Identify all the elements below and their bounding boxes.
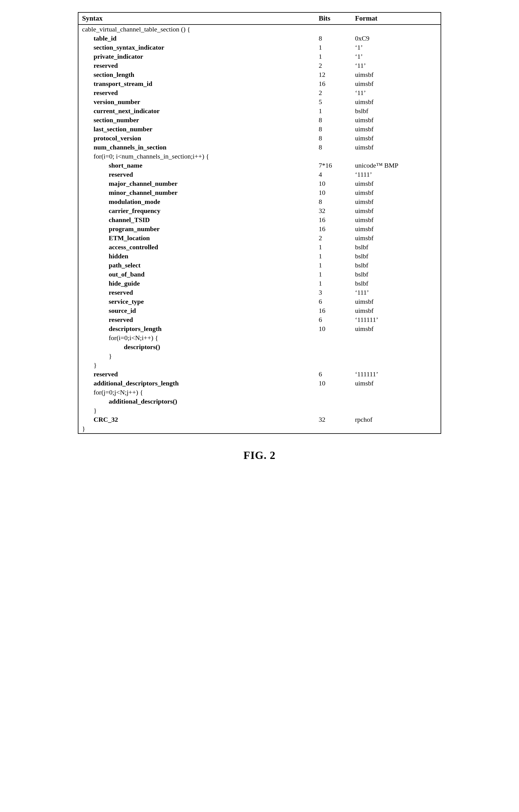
format-cell: uimsbf: [351, 143, 441, 152]
table-row: modulation_mode8uimsbf: [78, 197, 441, 206]
bits-cell: 3: [315, 288, 352, 297]
format-cell: rpchof: [351, 415, 441, 424]
syntax-cell: version_number: [78, 97, 315, 107]
table-row: hide_guide1bslbf: [78, 279, 441, 288]
table-row: program_number16uimsbf: [78, 225, 441, 234]
syntax-cell: }: [78, 352, 315, 360]
table-row: hidden1bslbf: [78, 252, 441, 261]
syntax-cell: program_number: [78, 225, 315, 234]
table-row: protocol_version8uimsbf: [78, 134, 441, 143]
table-row: major_channel_number10uimsbf: [78, 179, 441, 188]
bits-cell: 32: [315, 415, 352, 424]
syntax-cell: for(j=0;j<N;j++) {: [78, 388, 315, 397]
table-row: for(j=0;j<N;j++) {: [78, 388, 441, 397]
syntax-cell: carrier_frequency: [78, 206, 315, 215]
bits-cell: 10: [315, 188, 352, 197]
syntax-cell: reserved: [78, 288, 315, 297]
format-cell: uimsbf: [351, 234, 441, 243]
table-row: reserved2‘11’: [78, 88, 441, 97]
syntax-cell: hidden: [78, 252, 315, 261]
format-cell: uimsbf: [351, 188, 441, 197]
bits-cell: 10: [315, 324, 352, 334]
syntax-cell: }: [78, 406, 315, 415]
format-cell: [351, 352, 441, 360]
syntax-cell: num_channels_in_section: [78, 143, 315, 152]
syntax-cell: last_section_number: [78, 125, 315, 134]
table-header-row: Syntax Bits Format: [78, 13, 441, 25]
table-row: reserved4‘1111’: [78, 170, 441, 179]
table-body: cable_virtual_channel_table_section () {…: [78, 25, 441, 433]
syntax-cell: }: [78, 360, 315, 370]
bits-cell: 2: [315, 88, 352, 97]
format-cell: bslbf: [351, 270, 441, 279]
syntax-cell: short_name: [78, 161, 315, 170]
bits-cell: 1: [315, 52, 352, 61]
format-cell: ‘1’: [351, 52, 441, 61]
bits-cell: 16: [315, 79, 352, 88]
format-cell: ‘111’: [351, 288, 441, 297]
format-cell: [351, 424, 441, 433]
format-cell: ‘11’: [351, 61, 441, 70]
table-row: short_name7*16unicode™ BMP: [78, 161, 441, 170]
syntax-cell: for(i=0;i<N;i++) {: [78, 334, 315, 343]
bits-cell: 1: [315, 107, 352, 116]
table-row: additional_descriptors_length10uimsbf: [78, 379, 441, 388]
bits-cell: 2: [315, 61, 352, 70]
bits-cell: 16: [315, 306, 352, 315]
bits-cell: 1: [315, 243, 352, 252]
format-cell: [351, 360, 441, 370]
bits-cell: [315, 25, 352, 34]
bits-cell: [315, 388, 352, 397]
table-row: last_section_number8uimsbf: [78, 125, 441, 134]
bits-cell: 32: [315, 206, 352, 215]
table-row: descriptors(): [78, 343, 441, 352]
col-bits-header: Bits: [315, 13, 352, 25]
format-cell: uimsbf: [351, 297, 441, 306]
bits-cell: 16: [315, 225, 352, 234]
table-row: source_id16uimsbf: [78, 306, 441, 315]
table-row: descriptors_length10uimsbf: [78, 324, 441, 334]
table-row: transport_stream_id16uimsbf: [78, 79, 441, 88]
format-cell: ‘111111’: [351, 315, 441, 324]
format-cell: bslbf: [351, 243, 441, 252]
table-row: CRC_3232rpchof: [78, 415, 441, 424]
syntax-cell: additional_descriptors(): [78, 397, 315, 406]
format-cell: [351, 334, 441, 343]
format-cell: bslbf: [351, 252, 441, 261]
format-cell: [351, 152, 441, 161]
format-cell: uimsbf: [351, 225, 441, 234]
table-row: reserved3‘111’: [78, 288, 441, 297]
format-cell: uimsbf: [351, 79, 441, 88]
bits-cell: 1: [315, 270, 352, 279]
syntax-cell: protocol_version: [78, 134, 315, 143]
syntax-cell: CRC_32: [78, 415, 315, 424]
syntax-cell: section_length: [78, 70, 315, 79]
format-cell: uimsbf: [351, 116, 441, 125]
table-row: section_number8uimsbf: [78, 116, 441, 125]
format-cell: uimsbf: [351, 134, 441, 143]
page-container: Syntax Bits Format cable_virtual_channel…: [78, 12, 441, 462]
syntax-cell: transport_stream_id: [78, 79, 315, 88]
table-row: channel_TSID16uimsbf: [78, 215, 441, 225]
bits-cell: 2: [315, 234, 352, 243]
syntax-cell: section_syntax_indicator: [78, 43, 315, 52]
syntax-cell: section_number: [78, 116, 315, 125]
syntax-cell: descriptors_length: [78, 324, 315, 334]
table-row: access_controlled1bslbf: [78, 243, 441, 252]
format-cell: uimsbf: [351, 197, 441, 206]
syntax-cell: channel_TSID: [78, 215, 315, 225]
syntax-cell: private_indicator: [78, 52, 315, 61]
syntax-cell: current_next_indicator: [78, 107, 315, 116]
table-row: reserved6‘111111’: [78, 315, 441, 324]
format-cell: uimsbf: [351, 125, 441, 134]
bits-cell: 7*16: [315, 161, 352, 170]
syntax-cell: major_channel_number: [78, 179, 315, 188]
format-cell: uimsbf: [351, 379, 441, 388]
bits-cell: 12: [315, 70, 352, 79]
bits-cell: 6: [315, 315, 352, 324]
format-cell: uimsbf: [351, 70, 441, 79]
table-row: for(i=0; i<num_channels_in_section;i++) …: [78, 152, 441, 161]
bits-cell: 16: [315, 215, 352, 225]
format-cell: 0xC9: [351, 34, 441, 43]
syntax-cell: additional_descriptors_length: [78, 379, 315, 388]
